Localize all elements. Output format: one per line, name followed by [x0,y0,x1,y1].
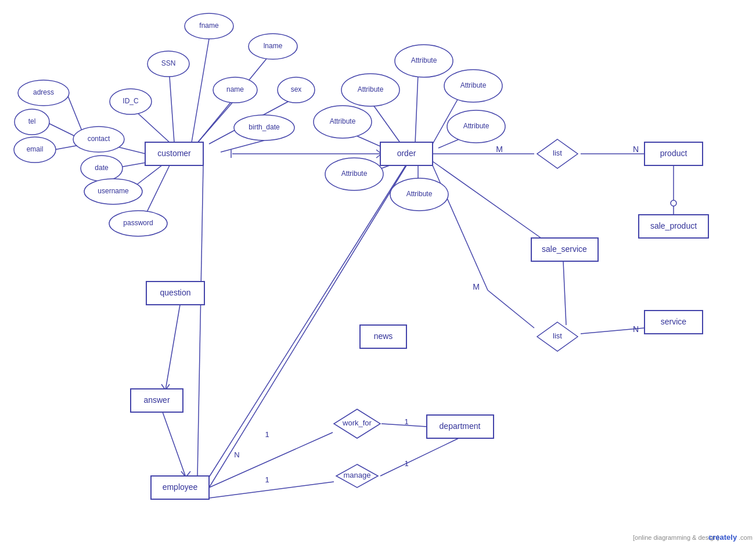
diagram-container: customer order product sale_product sale… [0,0,756,552]
attr-order-7-label: Attribute [406,190,433,198]
attr-tel-label: tel [28,117,36,125]
entity-order-label: order [397,149,416,158]
entity-question-label: question [160,288,191,297]
attr-sex-label: sex [291,85,302,93]
svg-line-29 [415,74,418,143]
svg-line-46 [209,482,334,498]
attr-username-label: username [98,187,129,195]
attr-contact-label: contact [88,135,110,143]
watermark-brand: creately [708,533,737,542]
svg-line-6 [136,112,171,144]
svg-line-11 [54,145,80,150]
svg-point-22 [671,200,676,206]
label-M1: M [496,145,503,154]
attr-idc-label: ID_C [123,97,139,105]
entity-service-label: service [661,317,687,326]
attr-order-6-label: Attribute [341,169,368,178]
label-M2: M [473,282,480,291]
label-1-emp-manage: 1 [265,475,269,484]
svg-line-38 [163,412,186,477]
label-N2: N [633,324,639,334]
watermark-suffix: .com [739,534,753,541]
attr-order-3-label: Attribute [460,81,487,89]
svg-line-13 [147,165,170,212]
watermark-text: [online diagramming & design] [633,534,719,541]
attr-email-label: email [27,145,44,153]
attr-order-1-label: Attribute [358,85,384,93]
attr-date-label: date [95,164,109,172]
label-1-emp-work: 1 [265,430,269,439]
entity-product-label: product [660,149,687,158]
svg-line-27 [433,161,557,250]
svg-line-35 [165,305,180,390]
label-1-manage-dept: 1 [404,459,408,468]
diamond-list2-label: list [553,331,562,340]
label-N1: N [633,145,639,154]
entity-answer-label: answer [143,395,170,405]
svg-line-3 [197,103,232,143]
entity-department-label: department [440,421,481,431]
attr-lname-label: lname [264,42,283,50]
diamond-work-for-label: work_for [342,418,372,427]
attr-password-label: password [123,219,153,227]
attr-order-4-label: Attribute [463,122,489,130]
svg-line-42 [209,164,406,477]
svg-line-47 [380,438,459,476]
attr-fname-label: fname [199,21,219,30]
attr-name-label: name [226,85,244,93]
svg-line-26 [563,261,566,325]
entity-news-label: news [374,331,393,341]
attr-order-5-label: Attribute [330,117,356,125]
attr-birth-date-label: birth_date [249,123,280,131]
svg-line-28 [372,103,401,143]
label-N3: N [234,450,239,459]
attr-ssn-label: SSN [161,59,176,67]
entity-employee-label: employee [163,482,198,492]
entity-customer-label: customer [157,149,191,158]
diamond-list1-label: list [553,149,562,157]
svg-line-0 [192,39,209,142]
entity-sale-service-label: sale_service [542,244,587,254]
diamond-manage-label: manage [344,471,371,479]
svg-line-5 [221,140,264,152]
svg-line-44 [209,432,333,488]
svg-line-41 [197,165,203,477]
svg-line-2 [170,77,174,142]
attr-order-2-label: Attribute [411,56,437,64]
label-1-work: 1 [404,417,408,426]
svg-line-24 [488,290,534,328]
entity-sale-product-label: sale_product [650,221,697,230]
attr-adress-label: adress [33,88,54,96]
er-diagram: customer order product sale_product sale… [0,0,756,552]
